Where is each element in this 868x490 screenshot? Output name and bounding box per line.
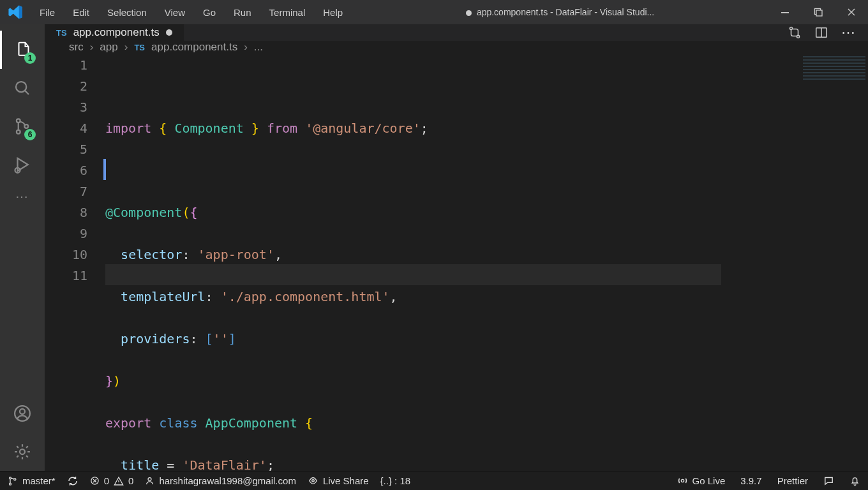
svg-rect-2 bbox=[816, 10, 822, 16]
status-bar: master* 0 0 harshitagrawal1998@gmail.com… bbox=[0, 471, 868, 490]
ts-file-icon: TS bbox=[56, 28, 67, 38]
menu-view[interactable]: View bbox=[156, 7, 194, 18]
more-actions-icon[interactable]: ⋯ bbox=[841, 24, 855, 41]
maximize-button[interactable] bbox=[802, 8, 835, 17]
svg-point-16 bbox=[14, 478, 16, 480]
menu-help[interactable]: Help bbox=[314, 7, 352, 18]
svg-point-9 bbox=[20, 409, 25, 414]
activity-search[interactable] bbox=[0, 69, 45, 107]
svg-point-20 bbox=[681, 479, 684, 482]
status-account[interactable]: harshitagrawal1998@gmail.com bbox=[145, 475, 296, 486]
unsaved-dot-icon bbox=[466, 10, 472, 16]
status-feedback-icon[interactable] bbox=[823, 475, 834, 486]
activity-settings[interactable] bbox=[0, 433, 45, 471]
svg-point-12 bbox=[797, 35, 799, 38]
svg-point-4 bbox=[17, 119, 20, 122]
editor[interactable]: 1234567891011 import { Component } from … bbox=[45, 54, 868, 471]
tab-label: app.component.ts bbox=[73, 26, 160, 39]
status-sync[interactable] bbox=[67, 475, 79, 487]
svg-point-14 bbox=[9, 477, 11, 479]
svg-point-19 bbox=[312, 480, 315, 482]
scm-badge: 6 bbox=[24, 129, 36, 140]
menu-selection[interactable]: Selection bbox=[98, 7, 156, 18]
status-golive[interactable]: Go Live bbox=[677, 475, 726, 486]
activity-source-control[interactable]: 6 bbox=[0, 107, 45, 145]
vscode-logo-icon bbox=[0, 4, 31, 20]
status-liveshare[interactable]: Live Share bbox=[308, 475, 369, 486]
svg-point-18 bbox=[148, 478, 151, 481]
breadcrumb[interactable]: src › app › TS app.component.ts › ... bbox=[45, 41, 868, 54]
breadcrumb-app[interactable]: app bbox=[100, 41, 117, 54]
compare-changes-icon[interactable] bbox=[788, 26, 802, 40]
activity-accounts[interactable] bbox=[0, 394, 45, 433]
editor-area: TS app.component.ts ⋯ src › app › TS app… bbox=[45, 24, 868, 471]
menu-run[interactable]: Run bbox=[225, 7, 260, 18]
unsaved-dot-icon bbox=[166, 29, 172, 36]
menu-bar: File Edit Selection View Go Run Terminal… bbox=[31, 7, 352, 18]
breadcrumb-src[interactable]: src bbox=[69, 41, 84, 54]
svg-point-15 bbox=[9, 483, 11, 485]
title-bar: File Edit Selection View Go Run Terminal… bbox=[0, 0, 868, 24]
svg-point-5 bbox=[17, 130, 20, 134]
breadcrumb-symbol[interactable]: ... bbox=[254, 41, 263, 54]
status-bell-icon[interactable] bbox=[849, 475, 860, 486]
split-editor-icon[interactable] bbox=[814, 26, 828, 40]
activity-bar: 1 6 ⋯ bbox=[0, 24, 45, 471]
svg-point-10 bbox=[20, 449, 25, 454]
chevron-right-icon: › bbox=[90, 41, 94, 54]
menu-file[interactable]: File bbox=[31, 7, 64, 18]
close-button[interactable] bbox=[835, 8, 868, 17]
code-content[interactable]: import { Component } from '@angular/core… bbox=[105, 54, 798, 471]
line-numbers: 1234567891011 bbox=[45, 54, 105, 471]
menu-edit[interactable]: Edit bbox=[64, 7, 98, 18]
breadcrumb-file[interactable]: app.component.ts bbox=[151, 41, 237, 54]
svg-point-3 bbox=[16, 82, 26, 92]
svg-rect-0 bbox=[781, 12, 789, 13]
minimap[interactable] bbox=[798, 54, 868, 471]
tab-app-component[interactable]: TS app.component.ts bbox=[45, 24, 184, 41]
status-ts-version[interactable]: 3.9.7 bbox=[740, 475, 761, 486]
chevron-right-icon: › bbox=[124, 41, 128, 54]
status-problems[interactable]: 0 0 bbox=[90, 475, 134, 486]
window-title: app.component.ts - DataFlair - Visual St… bbox=[352, 7, 768, 17]
ts-file-icon: TS bbox=[134, 43, 145, 52]
activity-run-debug[interactable] bbox=[0, 145, 45, 184]
status-branch[interactable]: master* bbox=[8, 475, 56, 486]
menu-go[interactable]: Go bbox=[194, 7, 225, 18]
svg-point-11 bbox=[789, 27, 792, 30]
status-bracket[interactable]: {..} : 18 bbox=[380, 475, 411, 486]
minimize-button[interactable] bbox=[768, 8, 802, 17]
menu-terminal[interactable]: Terminal bbox=[260, 7, 315, 18]
activity-more-icon[interactable]: ⋯ bbox=[15, 184, 29, 209]
status-prettier[interactable]: Prettier bbox=[777, 475, 808, 486]
tab-bar: TS app.component.ts ⋯ bbox=[45, 24, 868, 41]
minimap-content bbox=[803, 56, 865, 80]
activity-explorer[interactable]: 1 bbox=[0, 31, 45, 69]
window-controls bbox=[768, 8, 868, 17]
chevron-right-icon: › bbox=[244, 41, 248, 54]
explorer-badge: 1 bbox=[24, 52, 36, 64]
